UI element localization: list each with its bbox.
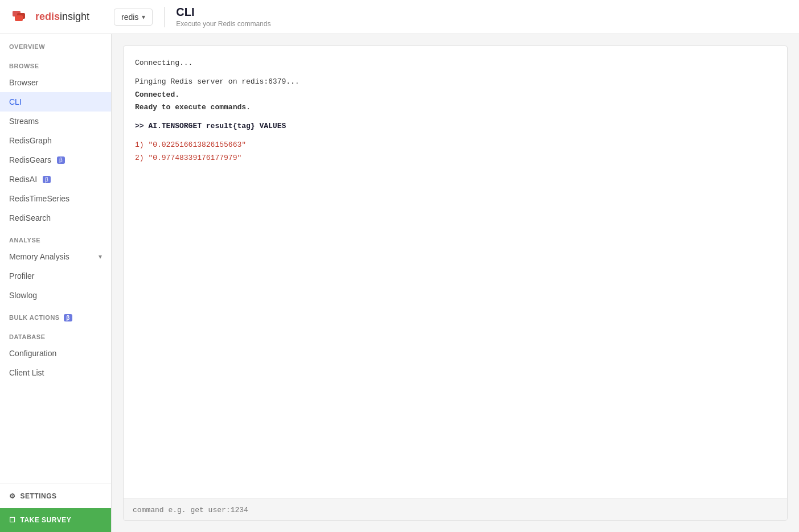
sidebar-section-database: DATABASE [0,324,111,344]
sidebar-item-redisgears[interactable]: RedisGears β [0,150,111,170]
cli-spacer [135,134,776,138]
chevron-down-icon: ▾ [99,253,102,261]
cli-input[interactable] [133,506,778,514]
db-selector-name: redis [121,13,138,22]
cli-line: Connected. [135,89,776,101]
cli-container: Connecting... Pinging Redis server on re… [123,46,788,521]
sidebar-item-streams[interactable]: Streams [0,112,111,131]
sidebar-item-cli[interactable]: CLI [0,92,111,112]
sidebar-section-bulk-actions: BULK ACTIONS β [0,305,111,324]
sidebar-item-label: RedisGraph [9,136,52,145]
sidebar-item-label: Memory Analysis [9,252,69,261]
page-subtitle: Execute your Redis commands [176,20,271,28]
cli-spacer [135,71,776,75]
cli-line: Ready to execute commands. [135,102,776,114]
cli-prompt-area[interactable] [124,498,787,520]
sidebar-item-label: RediSearch [9,213,51,222]
sidebar: OVERVIEW BROWSE Browser CLI Streams Redi… [0,34,112,532]
sidebar-item-label: RedisAI [9,175,37,184]
cli-spacer [135,115,776,119]
sidebar-item-redistimeseries[interactable]: RedisTimeSeries [0,189,111,208]
sidebar-item-client-list[interactable]: Client List [0,363,111,382]
sidebar-item-label: RedisGears [9,155,51,164]
gear-icon: ⚙ [9,492,16,500]
cli-line: 2) "0.97748339176177979" [135,152,776,164]
sidebar-item-label: Configuration [9,349,56,358]
sidebar-item-label: Slowlog [9,291,37,300]
sidebar-item-label: RedisTimeSeries [9,194,69,203]
redis-logo-icon [11,7,31,27]
sidebar-item-redisai[interactable]: RedisAI β [0,170,111,189]
sidebar-item-slowlog[interactable]: Slowlog [0,286,111,305]
header-divider [164,7,165,27]
sidebar-item-label: Profiler [9,271,34,281]
sidebar-item-configuration[interactable]: Configuration [0,344,111,363]
take-survey-button[interactable]: ☐ TAKE SURVEY [0,508,111,532]
sidebar-item-memory-analysis[interactable]: Memory Analysis ▾ [0,247,111,266]
settings-button[interactable]: ⚙ SETTINGS [0,484,111,508]
beta-badge: β [64,314,72,321]
sidebar-item-browser[interactable]: Browser [0,73,111,92]
cli-output: Connecting... Pinging Redis server on re… [124,46,787,498]
logo-area: redisinsight [11,7,114,27]
sidebar-section-analyse: ANALYSE [0,228,111,247]
sidebar-section-overview: OVERVIEW [0,34,111,53]
sidebar-item-label: Browser [9,78,38,87]
cli-line: Pinging Redis server on redis:6379... [135,76,776,88]
beta-badge: β [43,176,51,183]
beta-badge: β [57,156,65,164]
sidebar-item-profiler[interactable]: Profiler [0,266,111,286]
header-title-area: CLI Execute your Redis commands [176,6,271,28]
sidebar-item-label: CLI [9,97,22,106]
cli-line: Connecting... [135,57,776,69]
cli-line: 1) "0.022516613826155663" [135,139,776,151]
sidebar-item-redisearch[interactable]: RediSearch [0,208,111,228]
header: redisinsight redis ▾ CLI Execute your Re… [0,0,799,34]
settings-label: SETTINGS [21,492,57,500]
cli-line: >> AI.TENSORGET result{tag} VALUES [135,121,776,133]
db-selector[interactable]: redis ▾ [114,9,153,26]
svg-rect-2 [15,15,23,21]
take-survey-label: TAKE SURVEY [21,516,72,524]
sidebar-bottom: ⚙ SETTINGS ☐ TAKE SURVEY [0,484,111,532]
chevron-down-icon: ▾ [142,13,145,21]
survey-icon: ☐ [9,516,16,524]
sidebar-item-label: Streams [9,117,39,126]
main-content: Connecting... Pinging Redis server on re… [112,34,799,532]
sidebar-item-redisgraph[interactable]: RedisGraph [0,131,111,150]
sidebar-section-browse: BROWSE [0,53,111,73]
logo-text: redisinsight [35,11,89,23]
sidebar-item-label: Client List [9,368,44,377]
page-title: CLI [176,6,271,19]
main-layout: OVERVIEW BROWSE Browser CLI Streams Redi… [0,34,799,532]
